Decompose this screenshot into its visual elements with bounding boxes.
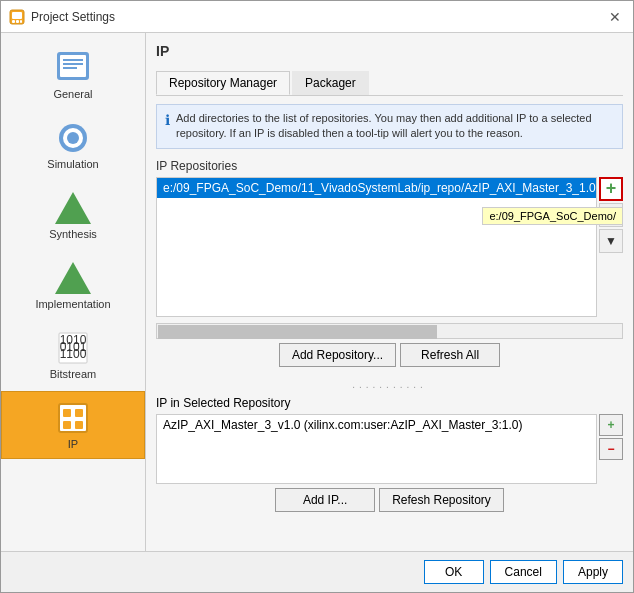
svg-marker-13 xyxy=(55,192,91,224)
repo-item[interactable]: e:/09_FPGA_SoC_Demo/11_VivadoSystemLab/i… xyxy=(157,178,596,198)
svg-rect-8 xyxy=(63,63,83,65)
horizontal-scrollbar[interactable] xyxy=(156,323,623,339)
dotted-divider: ........... xyxy=(156,379,623,390)
tab-bar: Repository Manager Packager xyxy=(156,71,623,96)
svg-marker-14 xyxy=(55,262,91,294)
add-repository-button[interactable]: Add Repository... xyxy=(279,343,396,367)
svg-rect-2 xyxy=(12,20,15,23)
ip-list[interactable]: AzIP_AXI_Master_3_v1.0 (xilinx.com:user:… xyxy=(156,414,597,484)
footer: OK Cancel Apply xyxy=(1,551,633,592)
bitstream-icon: 1010 0101 1100 xyxy=(53,330,93,366)
svg-rect-4 xyxy=(20,20,22,23)
sidebar-item-implementation-label: Implementation xyxy=(35,298,110,310)
refresh-repository-button[interactable]: Refesh Repository xyxy=(379,488,504,512)
ip-side-buttons: + − xyxy=(599,414,623,484)
cancel-button[interactable]: Cancel xyxy=(490,560,557,584)
svg-text:1100: 1100 xyxy=(60,347,87,361)
ip-list-container: AzIP_AXI_Master_3_v1.0 (xilinx.com:user:… xyxy=(156,414,623,484)
ip-selected-label: IP in Selected Repository xyxy=(156,396,623,410)
repo-action-buttons: Add Repository... Refresh All xyxy=(156,343,623,367)
repo-container: e:/09_FPGA_SoC_Demo/11_VivadoSystemLab/i… xyxy=(156,177,623,317)
simulation-icon xyxy=(53,120,93,156)
sidebar-item-synthesis-label: Synthesis xyxy=(49,228,97,240)
panel-title: IP xyxy=(156,43,623,63)
svg-rect-1 xyxy=(12,12,22,19)
repo-list[interactable]: e:/09_FPGA_SoC_Demo/11_VivadoSystemLab/i… xyxy=(156,177,597,317)
close-button[interactable]: ✕ xyxy=(605,7,625,27)
synthesis-icon xyxy=(53,190,93,226)
ip-action-buttons: Add IP... Refesh Repository xyxy=(156,488,623,512)
main-content: General Simulation Syn xyxy=(1,33,633,551)
ip-repositories-label: IP Repositories xyxy=(156,159,623,173)
ip-selected-section: IP in Selected Repository AzIP_AXI_Maste… xyxy=(156,396,623,541)
down-arrow-icon: ▼ xyxy=(605,234,617,248)
implementation-icon xyxy=(53,260,93,296)
ok-button[interactable]: OK xyxy=(424,560,484,584)
sidebar-item-general-label: General xyxy=(53,88,92,100)
sidebar-item-ip[interactable]: IP xyxy=(1,391,145,459)
tab-repository-manager[interactable]: Repository Manager xyxy=(156,71,290,95)
svg-rect-9 xyxy=(63,67,77,69)
plus-icon: + xyxy=(606,178,617,199)
svg-point-12 xyxy=(67,132,79,144)
info-box: ℹ Add directories to the list of reposit… xyxy=(156,104,623,149)
scrollbar-thumb[interactable] xyxy=(158,325,437,339)
svg-rect-22 xyxy=(63,421,71,429)
ip-icon xyxy=(53,400,93,436)
window-icon xyxy=(9,9,25,25)
svg-rect-20 xyxy=(63,409,71,417)
ip-plus-icon: + xyxy=(607,418,614,432)
sidebar-item-ip-label: IP xyxy=(68,438,78,450)
ip-remove-button[interactable]: − xyxy=(599,438,623,460)
right-panel: IP Repository Manager Packager ℹ Add dir… xyxy=(146,33,633,551)
svg-rect-23 xyxy=(75,421,83,429)
add-repo-icon-button[interactable]: + xyxy=(599,177,623,201)
repo-tooltip: e:/09_FPGA_SoC_Demo/ xyxy=(482,207,623,225)
ip-add-button[interactable]: + xyxy=(599,414,623,436)
svg-rect-7 xyxy=(63,59,83,61)
add-ip-button[interactable]: Add IP... xyxy=(275,488,375,512)
sidebar-item-simulation[interactable]: Simulation xyxy=(1,111,145,179)
sidebar: General Simulation Syn xyxy=(1,33,146,551)
sidebar-item-bitstream[interactable]: 1010 0101 1100 Bitstream xyxy=(1,321,145,389)
ip-minus-icon: − xyxy=(607,442,614,456)
svg-rect-3 xyxy=(16,20,19,23)
tab-packager[interactable]: Packager xyxy=(292,71,369,95)
svg-rect-6 xyxy=(60,55,86,77)
sidebar-item-bitstream-label: Bitstream xyxy=(50,368,96,380)
general-icon xyxy=(53,50,93,86)
sidebar-item-simulation-label: Simulation xyxy=(47,158,98,170)
apply-button[interactable]: Apply xyxy=(563,560,623,584)
move-down-button[interactable]: ▼ xyxy=(599,229,623,253)
title-bar: Project Settings ✕ xyxy=(1,1,633,33)
refresh-all-button[interactable]: Refresh All xyxy=(400,343,500,367)
info-icon: ℹ xyxy=(165,112,170,128)
window-title: Project Settings xyxy=(31,10,605,24)
sidebar-item-implementation[interactable]: Implementation xyxy=(1,251,145,319)
repo-side-buttons: + ▲ ▼ xyxy=(599,177,623,317)
sidebar-item-synthesis[interactable]: Synthesis xyxy=(1,181,145,249)
project-settings-window: Project Settings ✕ General xyxy=(0,0,634,593)
svg-rect-21 xyxy=(75,409,83,417)
info-text: Add directories to the list of repositor… xyxy=(176,111,614,142)
ip-item[interactable]: AzIP_AXI_Master_3_v1.0 (xilinx.com:user:… xyxy=(157,415,596,435)
sidebar-item-general[interactable]: General xyxy=(1,41,145,109)
